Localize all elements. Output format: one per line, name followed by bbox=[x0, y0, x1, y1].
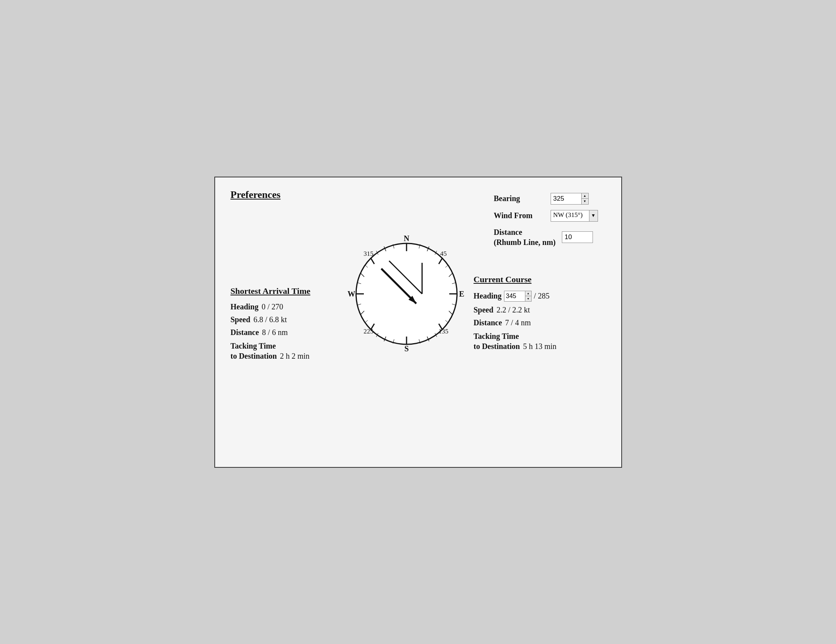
current-distance-value: 7 / 4 nm bbox=[505, 318, 531, 327]
shortest-title: Shortest Arrival Time bbox=[231, 286, 339, 296]
bearing-up-arrow[interactable]: ▲ bbox=[582, 193, 588, 199]
shortest-heading-label: Heading bbox=[231, 302, 259, 311]
bearing-input-wrapper: ▲ ▼ bbox=[551, 193, 589, 205]
compass-area: Generate tick marks bbox=[344, 232, 469, 356]
current-tacking-line2: to Destination bbox=[474, 341, 520, 351]
current-tacking-block: Tacking Time to Destination 5 h 13 min bbox=[474, 331, 606, 351]
current-heading-spin-input[interactable] bbox=[504, 291, 525, 302]
shortest-distance-row: Distance 8 / 6 nm bbox=[231, 328, 339, 337]
shortest-heading-row: Heading 0 / 270 bbox=[231, 302, 339, 311]
bearing-label: Bearing bbox=[494, 194, 544, 203]
shortest-tacking-line2-row: to Destination 2 h 2 min bbox=[231, 351, 339, 361]
svg-text:W: W bbox=[348, 290, 355, 298]
current-heading-spin-arrows: ▲ ▼ bbox=[525, 291, 532, 302]
top-right-controls: Bearing ▲ ▼ Wind From NW (315°) ▼ Distan… bbox=[494, 193, 598, 247]
current-speed-row: Speed 2.2 / 2.2 kt bbox=[474, 306, 606, 314]
bearing-down-arrow[interactable]: ▼ bbox=[582, 199, 588, 204]
svg-text:S: S bbox=[404, 344, 408, 353]
wind-from-select-wrapper: NW (315°) ▼ bbox=[551, 210, 598, 222]
svg-text:315: 315 bbox=[363, 250, 374, 257]
main-panel: Preferences Bearing ▲ ▼ Wind From NW (31… bbox=[214, 177, 622, 468]
shortest-tacking-line2: to Destination bbox=[231, 351, 277, 361]
shortest-tacking-value: 2 h 2 min bbox=[280, 352, 309, 361]
shortest-speed-label: Speed bbox=[231, 315, 250, 324]
current-heading-slash-value: / 285 bbox=[534, 292, 550, 300]
shortest-distance-label: Distance bbox=[231, 328, 259, 337]
current-speed-value: 2.2 / 2.2 kt bbox=[497, 306, 530, 314]
current-heading-up-arrow[interactable]: ▲ bbox=[525, 291, 531, 297]
current-heading-down-arrow[interactable]: ▼ bbox=[525, 296, 531, 301]
compass-svg: Generate tick marks bbox=[344, 232, 469, 356]
shortest-distance-value: 8 / 6 nm bbox=[262, 328, 288, 337]
wind-from-row: Wind From NW (315°) ▼ bbox=[494, 210, 598, 222]
distance-row: Distance (Rhumb Line, nm) bbox=[494, 227, 598, 247]
shortest-tacking-block: Tacking Time to Destination 2 h 2 min bbox=[231, 341, 339, 361]
shortest-speed-row: Speed 6.8 / 6.8 kt bbox=[231, 315, 339, 324]
svg-text:225: 225 bbox=[363, 328, 374, 335]
left-panel: Shortest Arrival Time Heading 0 / 270 Sp… bbox=[231, 208, 339, 361]
current-speed-label: Speed bbox=[474, 306, 494, 314]
wind-from-dropdown-arrow[interactable]: ▼ bbox=[589, 210, 598, 222]
distance-input[interactable] bbox=[562, 231, 593, 243]
bearing-row: Bearing ▲ ▼ bbox=[494, 193, 598, 205]
shortest-speed-value: 6.8 / 6.8 kt bbox=[254, 315, 287, 324]
svg-text:135: 135 bbox=[438, 328, 448, 335]
current-tacking-line1: Tacking Time bbox=[474, 331, 606, 341]
current-course-title: Current Course bbox=[474, 274, 606, 285]
svg-text:N: N bbox=[403, 234, 409, 243]
current-heading-spin-wrapper: ▲ ▼ bbox=[504, 291, 532, 302]
distance-label: Distance (Rhumb Line, nm) bbox=[494, 227, 556, 247]
current-tacking-value: 5 h 13 min bbox=[523, 342, 556, 351]
current-heading-label: Heading bbox=[474, 292, 502, 300]
bearing-spin-arrows: ▲ ▼ bbox=[582, 193, 589, 205]
wind-from-select[interactable]: NW (315°) bbox=[551, 210, 589, 222]
svg-text:45: 45 bbox=[440, 250, 447, 257]
current-distance-row: Distance 7 / 4 nm bbox=[474, 318, 606, 327]
shortest-tacking-line1: Tacking Time bbox=[231, 341, 339, 351]
shortest-heading-value: 0 / 270 bbox=[262, 302, 283, 311]
svg-text:E: E bbox=[459, 290, 464, 298]
bearing-input[interactable] bbox=[551, 193, 582, 205]
current-heading-row: Heading ▲ ▼ / 285 bbox=[474, 291, 606, 302]
wind-from-label: Wind From bbox=[494, 211, 544, 220]
current-tacking-line2-row: to Destination 5 h 13 min bbox=[474, 341, 606, 351]
current-distance-label: Distance bbox=[474, 318, 502, 327]
